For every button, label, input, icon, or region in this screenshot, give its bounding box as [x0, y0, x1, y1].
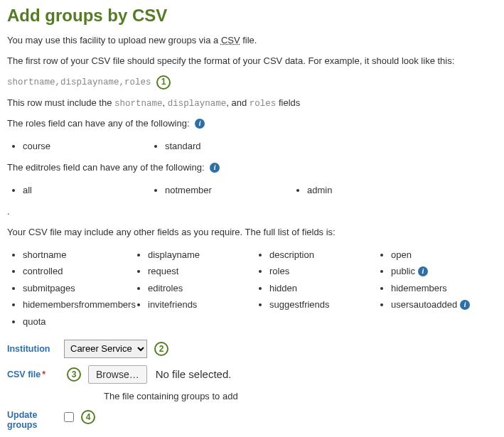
institution-select[interactable]: Career Service: [64, 340, 147, 358]
must-include-sep1: ,: [163, 97, 168, 108]
list-item: request: [148, 263, 254, 279]
must-include-roles: roles: [250, 99, 277, 109]
example-row-code: shortname,displayname,roles: [7, 77, 151, 87]
must-include-text: This row must include the shortname, dis…: [7, 97, 497, 110]
list-item: notmember: [165, 182, 291, 198]
list-item: hidden: [269, 280, 375, 296]
full-intro: Your CSV file may include any other fiel…: [7, 226, 497, 239]
full-fields-columns: shortnamecontrolledsubmitpageshidemember…: [7, 247, 497, 330]
roles-intro: The roles field can have any of the foll…: [7, 117, 497, 131]
list-item: submitpages: [23, 280, 132, 296]
list-item: course: [23, 138, 149, 154]
editroles-columns: all notmember admin: [7, 182, 497, 198]
must-include-suffix: fields: [276, 97, 300, 108]
institution-label: Institution: [7, 340, 64, 354]
update-groups-row: Update groups 4: [7, 406, 497, 430]
list-item: usersautoaddedi: [391, 296, 497, 313]
list-item: hidemembers: [391, 280, 497, 296]
institution-row: Institution Career Service 2: [7, 340, 497, 358]
editroles-intro: The editroles field can have any of the …: [7, 161, 497, 175]
must-include-sep2: , and: [226, 97, 250, 108]
update-groups-label: Update groups: [7, 406, 64, 430]
callout-4: 4: [81, 410, 95, 424]
editroles-intro-text: The editroles field can have any of the …: [7, 162, 205, 173]
csv-abbr-link[interactable]: CSV: [221, 35, 240, 45]
csv-file-label-text: CSV file: [7, 369, 41, 379]
callout-2: 2: [154, 342, 168, 356]
list-item: controlled: [23, 263, 132, 279]
intro-text: You may use this facility to upload new …: [7, 34, 497, 48]
list-item: invitefriends: [148, 296, 254, 313]
list-item: editroles: [148, 280, 254, 296]
example-row: shortname,displayname,roles 1: [7, 75, 497, 90]
list-item: shortname: [23, 247, 132, 263]
first-row-text: The first row of your CSV file should sp…: [7, 55, 497, 68]
roles-intro-text: The roles field can have any of the foll…: [7, 118, 190, 129]
csv-file-help: The file containing groups to add: [104, 391, 497, 401]
browse-button[interactable]: Browse…: [88, 365, 147, 384]
list-item: description: [269, 247, 375, 263]
required-mark: *: [42, 369, 45, 379]
intro-suffix: file.: [240, 35, 257, 45]
must-include-displayname: displayname: [168, 99, 227, 109]
list-item: displayname: [148, 247, 254, 263]
dot-line: .: [7, 205, 497, 219]
list-item: standard: [165, 138, 291, 154]
csv-file-row: CSV file* 3 Browse… No file selected.: [7, 365, 497, 384]
list-item: open: [391, 247, 497, 263]
must-include-shortname: shortname: [114, 99, 163, 109]
list-item: publici: [391, 263, 497, 279]
list-item: admin: [307, 182, 434, 198]
list-item: roles: [269, 263, 375, 279]
csv-file-label: CSV file*: [7, 365, 64, 379]
info-icon[interactable]: i: [460, 300, 470, 310]
list-item: all: [23, 182, 149, 198]
list-item: quota: [23, 313, 132, 330]
no-file-selected: No file selected.: [156, 368, 232, 380]
callout-1: 1: [156, 75, 171, 90]
callout-3: 3: [67, 367, 81, 382]
info-icon[interactable]: i: [210, 163, 220, 173]
list-item: hidemembersfrommembers: [23, 296, 132, 313]
update-groups-checkbox[interactable]: [64, 412, 74, 422]
roles-columns: course standard: [7, 138, 497, 154]
info-icon[interactable]: i: [195, 119, 205, 129]
info-icon[interactable]: i: [418, 266, 428, 276]
list-item: suggestfriends: [269, 296, 375, 313]
intro-prefix: You may use this facility to upload new …: [7, 35, 221, 45]
must-include-prefix: This row must include the: [7, 97, 114, 108]
page-title: Add groups by CSV: [7, 6, 497, 26]
